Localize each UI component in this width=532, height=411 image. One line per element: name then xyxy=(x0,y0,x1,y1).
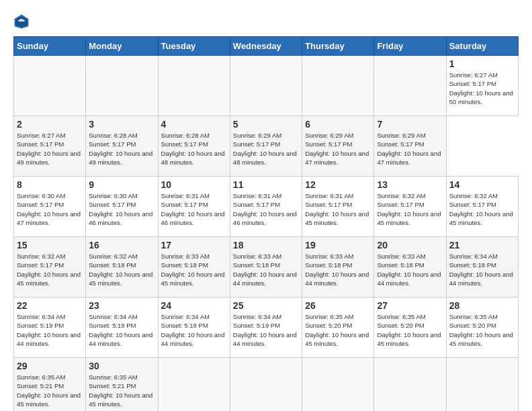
header-wednesday: Wednesday xyxy=(230,37,302,56)
day-cell-19: 19Sunrise: 6:33 AMSunset: 5:18 PMDayligh… xyxy=(302,237,374,298)
day-number: 1 xyxy=(449,58,515,69)
day-number: 19 xyxy=(305,240,371,250)
day-info: Sunrise: 6:27 AMSunset: 5:17 PMDaylight:… xyxy=(17,131,83,167)
day-info: Sunrise: 6:32 AMSunset: 5:17 PMDaylight:… xyxy=(449,191,515,227)
day-number: 12 xyxy=(305,179,371,190)
day-cell-28: 28Sunrise: 6:35 AMSunset: 5:20 PMDayligh… xyxy=(446,298,518,358)
day-cell-30: 30Sunrise: 6:35 AMSunset: 5:21 PMDayligh… xyxy=(86,358,158,412)
day-info: Sunrise: 6:35 AMSunset: 5:20 PMDaylight:… xyxy=(305,312,371,348)
empty-cell xyxy=(302,56,374,116)
empty-cell xyxy=(374,56,446,116)
empty-cell xyxy=(374,358,446,412)
day-cell-22: 22Sunrise: 6:34 AMSunset: 5:19 PMDayligh… xyxy=(14,298,86,358)
day-number: 11 xyxy=(233,179,299,190)
empty-cell xyxy=(86,56,158,116)
day-info: Sunrise: 6:35 AMSunset: 5:20 PMDaylight:… xyxy=(377,312,443,348)
day-number: 17 xyxy=(161,240,227,250)
day-cell-12: 12Sunrise: 6:31 AMSunset: 5:17 PMDayligh… xyxy=(302,177,374,237)
day-number: 21 xyxy=(449,240,515,250)
empty-cell xyxy=(14,56,86,116)
day-info: Sunrise: 6:28 AMSunset: 5:17 PMDaylight:… xyxy=(161,131,227,167)
day-number: 7 xyxy=(377,119,443,130)
day-cell-24: 24Sunrise: 6:34 AMSunset: 5:19 PMDayligh… xyxy=(158,298,230,358)
day-number: 22 xyxy=(17,300,83,311)
week-row-4: 15Sunrise: 6:32 AMSunset: 5:17 PMDayligh… xyxy=(14,237,519,298)
day-number: 28 xyxy=(449,300,515,311)
header-thursday: Thursday xyxy=(302,37,374,56)
empty-cell xyxy=(230,56,302,116)
day-cell-26: 26Sunrise: 6:35 AMSunset: 5:20 PMDayligh… xyxy=(302,298,374,358)
day-cell-23: 23Sunrise: 6:34 AMSunset: 5:19 PMDayligh… xyxy=(86,298,158,358)
logo-icon xyxy=(13,13,30,30)
day-cell-8: 8Sunrise: 6:30 AMSunset: 5:17 PMDaylight… xyxy=(14,177,86,237)
day-cell-6: 6Sunrise: 6:29 AMSunset: 5:17 PMDaylight… xyxy=(302,116,374,177)
header-row: SundayMondayTuesdayWednesdayThursdayFrid… xyxy=(14,37,519,56)
empty-cell xyxy=(230,358,302,412)
day-number: 25 xyxy=(233,300,299,311)
day-number: 27 xyxy=(377,300,443,311)
day-number: 8 xyxy=(17,179,83,190)
week-row-5: 22Sunrise: 6:34 AMSunset: 5:19 PMDayligh… xyxy=(14,298,519,358)
day-info: Sunrise: 6:34 AMSunset: 5:19 PMDaylight:… xyxy=(161,312,227,348)
day-number: 10 xyxy=(161,179,227,190)
day-info: Sunrise: 6:29 AMSunset: 5:17 PMDaylight:… xyxy=(377,131,443,167)
day-cell-27: 27Sunrise: 6:35 AMSunset: 5:20 PMDayligh… xyxy=(374,298,446,358)
day-info: Sunrise: 6:32 AMSunset: 5:17 PMDaylight:… xyxy=(17,252,83,287)
day-cell-25: 25Sunrise: 6:34 AMSunset: 5:19 PMDayligh… xyxy=(230,298,302,358)
day-info: Sunrise: 6:31 AMSunset: 5:17 PMDaylight:… xyxy=(233,191,299,227)
day-number: 29 xyxy=(17,361,83,371)
day-cell-14: 14Sunrise: 6:32 AMSunset: 5:17 PMDayligh… xyxy=(446,177,518,237)
day-number: 30 xyxy=(89,361,154,371)
day-info: Sunrise: 6:33 AMSunset: 5:18 PMDaylight:… xyxy=(377,252,443,287)
day-cell-29: 29Sunrise: 6:35 AMSunset: 5:21 PMDayligh… xyxy=(14,358,86,412)
day-number: 16 xyxy=(89,240,154,250)
day-info: Sunrise: 6:33 AMSunset: 5:18 PMDaylight:… xyxy=(305,252,371,287)
calendar-table: SundayMondayTuesdayWednesdayThursdayFrid… xyxy=(13,36,519,411)
day-info: Sunrise: 6:30 AMSunset: 5:17 PMDaylight:… xyxy=(17,191,83,227)
day-number: 4 xyxy=(161,119,227,130)
day-info: Sunrise: 6:31 AMSunset: 5:17 PMDaylight:… xyxy=(161,191,227,227)
day-number: 14 xyxy=(449,179,515,190)
week-row-2: 2Sunrise: 6:27 AMSunset: 5:17 PMDaylight… xyxy=(14,116,519,177)
header-friday: Friday xyxy=(374,37,446,56)
day-info: Sunrise: 6:29 AMSunset: 5:17 PMDaylight:… xyxy=(305,131,371,167)
day-number: 5 xyxy=(233,119,299,130)
day-info: Sunrise: 6:35 AMSunset: 5:21 PMDaylight:… xyxy=(17,373,83,408)
day-cell-9: 9Sunrise: 6:30 AMSunset: 5:17 PMDaylight… xyxy=(86,177,158,237)
day-number: 15 xyxy=(17,240,83,250)
day-info: Sunrise: 6:30 AMSunset: 5:17 PMDaylight:… xyxy=(89,191,154,227)
day-cell-18: 18Sunrise: 6:33 AMSunset: 5:18 PMDayligh… xyxy=(230,237,302,298)
day-number: 13 xyxy=(377,179,443,190)
empty-cell xyxy=(446,358,518,412)
header-saturday: Saturday xyxy=(446,37,518,56)
header-sunday: Sunday xyxy=(14,37,86,56)
day-cell-13: 13Sunrise: 6:32 AMSunset: 5:17 PMDayligh… xyxy=(374,177,446,237)
day-cell-11: 11Sunrise: 6:31 AMSunset: 5:17 PMDayligh… xyxy=(230,177,302,237)
day-info: Sunrise: 6:33 AMSunset: 5:18 PMDaylight:… xyxy=(233,252,299,287)
day-number: 23 xyxy=(89,300,154,311)
day-info: Sunrise: 6:28 AMSunset: 5:17 PMDaylight:… xyxy=(89,131,154,167)
day-cell-3: 3Sunrise: 6:28 AMSunset: 5:17 PMDaylight… xyxy=(86,116,158,177)
week-row-6: 29Sunrise: 6:35 AMSunset: 5:21 PMDayligh… xyxy=(14,358,519,412)
header-tuesday: Tuesday xyxy=(158,37,230,56)
day-number: 24 xyxy=(161,300,227,311)
logo xyxy=(13,13,32,30)
day-number: 6 xyxy=(305,119,371,130)
day-cell-2: 2Sunrise: 6:27 AMSunset: 5:17 PMDaylight… xyxy=(14,116,86,177)
empty-cell xyxy=(158,358,230,412)
day-cell-5: 5Sunrise: 6:29 AMSunset: 5:17 PMDaylight… xyxy=(230,116,302,177)
day-info: Sunrise: 6:32 AMSunset: 5:17 PMDaylight:… xyxy=(377,191,443,227)
day-number: 3 xyxy=(89,119,154,130)
day-number: 20 xyxy=(377,240,443,250)
day-cell-15: 15Sunrise: 6:32 AMSunset: 5:17 PMDayligh… xyxy=(14,237,86,298)
day-info: Sunrise: 6:31 AMSunset: 5:17 PMDaylight:… xyxy=(305,191,371,227)
empty-cell xyxy=(158,56,230,116)
day-cell-7: 7Sunrise: 6:29 AMSunset: 5:17 PMDaylight… xyxy=(374,116,446,177)
day-cell-17: 17Sunrise: 6:33 AMSunset: 5:18 PMDayligh… xyxy=(158,237,230,298)
day-cell-10: 10Sunrise: 6:31 AMSunset: 5:17 PMDayligh… xyxy=(158,177,230,237)
day-cell-16: 16Sunrise: 6:32 AMSunset: 5:18 PMDayligh… xyxy=(86,237,158,298)
day-number: 9 xyxy=(89,179,154,190)
day-info: Sunrise: 6:35 AMSunset: 5:20 PMDaylight:… xyxy=(449,312,515,348)
day-info: Sunrise: 6:33 AMSunset: 5:18 PMDaylight:… xyxy=(161,252,227,287)
week-row-1: 1Sunrise: 6:27 AMSunset: 5:17 PMDaylight… xyxy=(14,56,519,116)
